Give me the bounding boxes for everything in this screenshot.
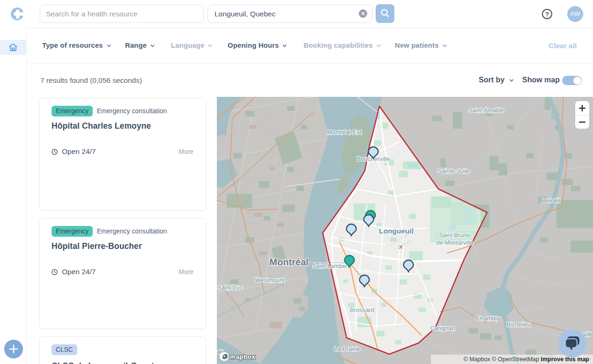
svg-text:Montréal-Est: Montréal-Est: [327, 129, 362, 136]
svg-text:Sainte-Julie: Sainte-Julie: [437, 167, 469, 175]
svg-text:Brossard: Brossard: [350, 306, 374, 313]
svg-text:Carignan: Carignan: [430, 325, 455, 332]
svg-text:?: ?: [545, 11, 549, 18]
svg-text:Westmount: Westmount: [255, 277, 285, 284]
svg-text:Saint-Lambert: Saint-Lambert: [312, 263, 349, 269]
svg-text:Saint-Luc: Saint-Luc: [218, 284, 243, 291]
svg-text:Chambly: Chambly: [475, 315, 500, 322]
svg-text:Richelieu: Richelieu: [506, 321, 530, 328]
svg-text:mapbox: mapbox: [230, 353, 255, 360]
svg-text:Montréal: Montréal: [269, 257, 308, 267]
svg-text:La Prairie: La Prairie: [334, 345, 360, 352]
svg-text:de-Montarville: de-Montarville: [437, 240, 474, 246]
svg-text:Saint-Amable: Saint-Amable: [468, 107, 504, 114]
svg-text:Saint-Bruno-: Saint-Bruno-: [439, 232, 472, 239]
svg-text:Longueuil: Longueuil: [379, 227, 414, 235]
svg-text:Beloeil: Beloeil: [541, 197, 560, 204]
